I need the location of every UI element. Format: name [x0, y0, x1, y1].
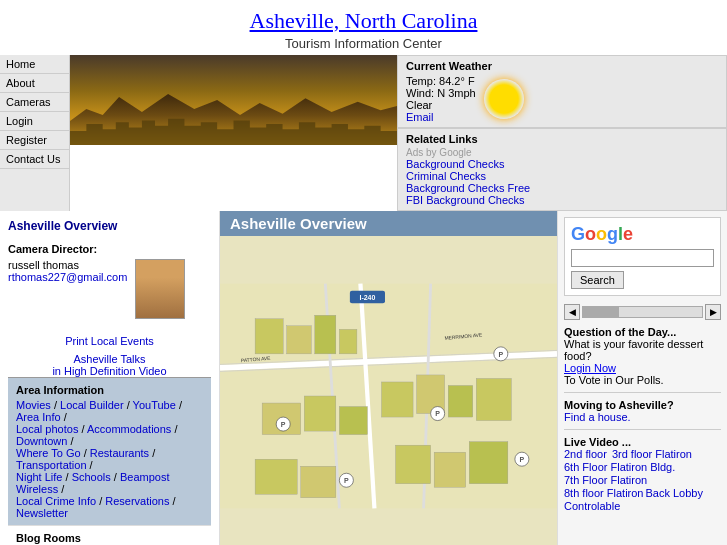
- related-link-0[interactable]: Background Checks: [406, 158, 718, 170]
- area-link-schools-a[interactable]: Schools: [72, 471, 111, 483]
- area-link-newsletter-a[interactable]: Newsletter: [16, 507, 68, 519]
- nav-about[interactable]: About: [0, 74, 69, 93]
- weather-related-wrap: Current Weather Temp: 84.2° F Wind: N 3m…: [397, 55, 727, 211]
- scroll-bar[interactable]: ◀ ▶: [564, 304, 721, 320]
- area-link-night-life: Night Life: [16, 471, 62, 483]
- area-link-youtube: YouTube: [133, 399, 176, 411]
- director-email-link[interactable]: rthomas227@gmail.com: [8, 271, 127, 283]
- live-link-6th-floor[interactable]: 6th Floor Flatiron Bldg.: [564, 461, 675, 473]
- nav-home[interactable]: Home: [0, 55, 69, 74]
- svg-text:P: P: [498, 351, 503, 358]
- director-row: russell thomas rthomas227@gmail.com: [8, 259, 211, 319]
- area-link-night-life-a[interactable]: Night Life: [16, 471, 62, 483]
- svg-rect-23: [255, 459, 297, 494]
- scroll-right-btn[interactable]: ▶: [705, 304, 721, 320]
- to-vote-text: To Vote in Our Polls.: [564, 374, 664, 386]
- overview-section-title: Asheville Overview: [8, 219, 211, 233]
- camera-director-label: Camera Director:: [8, 243, 211, 255]
- live-link-3rd-floor[interactable]: 3rd floor Flatiron: [612, 448, 692, 460]
- area-link-restaurants-a[interactable]: Restaurants: [90, 447, 149, 459]
- google-search-button[interactable]: Search: [571, 271, 624, 289]
- related-link-2[interactable]: Background Checks Free: [406, 182, 718, 194]
- live-link-7th-floor[interactable]: 7th Floor Flatiron: [564, 474, 647, 486]
- svg-text:P: P: [435, 410, 440, 417]
- nav-register[interactable]: Register: [0, 131, 69, 150]
- area-link-local-builder: Local Builder: [60, 399, 124, 411]
- area-link-transportation-a[interactable]: Transportation: [16, 459, 87, 471]
- area-link-local-crime-a[interactable]: Local Crime Info: [16, 495, 96, 507]
- weather-condition: Clear: [406, 99, 476, 111]
- area-link-accommodations-a[interactable]: Accommodations: [87, 423, 171, 435]
- live-link-controlable[interactable]: Controlable: [564, 500, 620, 512]
- find-house-link[interactable]: Find a house.: [564, 411, 631, 423]
- area-link-schools: Schools: [72, 471, 111, 483]
- area-link-downtown: Downtown: [16, 435, 67, 447]
- area-link-local-crime: Local Crime Info: [16, 495, 96, 507]
- area-info-section: Area Information Movies / Local Builder …: [8, 377, 211, 525]
- area-info-title: Area Information: [16, 384, 203, 396]
- weather-box: Current Weather Temp: 84.2° F Wind: N 3m…: [397, 55, 727, 128]
- weather-email-link[interactable]: Email: [406, 111, 434, 123]
- right-sidebar: Google Search ◀ ▶ Question of the Day...…: [557, 211, 727, 545]
- svg-rect-19: [339, 407, 367, 435]
- nav-login[interactable]: Login: [0, 112, 69, 131]
- area-link-reservations: Reservations: [105, 495, 169, 507]
- main-content: Asheville Overview Camera Director: russ…: [0, 211, 727, 545]
- weather-title: Current Weather: [406, 60, 718, 72]
- live-link-back-lobby[interactable]: Back Lobby: [645, 487, 702, 499]
- live-video-links: 2nd floor 3rd floor Flatiron 6th Floor F…: [564, 448, 721, 512]
- nav-contact[interactable]: Contact Us: [0, 150, 69, 169]
- live-video-title: Live Video ...: [564, 436, 721, 448]
- site-title-link[interactable]: Asheville, North Carolina: [250, 8, 478, 33]
- area-link-reservations-a[interactable]: Reservations: [105, 495, 169, 507]
- related-link-1[interactable]: Criminal Checks: [406, 170, 718, 182]
- live-link-8th-floor[interactable]: 8th floor Flatiron: [564, 487, 643, 499]
- map-svg: I-240: [220, 236, 557, 545]
- live-video-box: Live Video ... 2nd floor 3rd floor Flati…: [564, 429, 721, 512]
- area-link-area-info: Area Info: [16, 411, 61, 423]
- area-link-newsletter: Newsletter: [16, 507, 68, 519]
- area-link-youtube-a[interactable]: YouTube: [133, 399, 176, 411]
- asheville-talks-link[interactable]: Asheville Talks: [74, 353, 146, 365]
- svg-rect-13: [381, 382, 413, 417]
- print-events-link[interactable]: Print Local Events: [65, 335, 154, 347]
- center-and-right: Asheville Overview I-240: [220, 211, 727, 545]
- left-sidebar: Asheville Overview Camera Director: russ…: [0, 211, 220, 545]
- svg-rect-24: [301, 466, 336, 498]
- login-now-link[interactable]: Login Now: [564, 362, 616, 374]
- area-link-movies: Movies: [16, 399, 51, 411]
- live-link-2nd-floor[interactable]: 2nd floor: [564, 448, 607, 460]
- weather-content: Temp: 84.2° F Wind: N 3mph Clear Email: [406, 75, 718, 123]
- area-link-movies-a[interactable]: Movies: [16, 399, 51, 411]
- related-title: Related Links: [406, 133, 718, 145]
- related-link-3[interactable]: FBI Background Checks: [406, 194, 718, 206]
- asheville-talks-section: Asheville Talks in High Definition Video: [8, 353, 211, 377]
- area-link-local-builder-a[interactable]: Local Builder: [60, 399, 124, 411]
- weather-sun-icon: [484, 79, 524, 119]
- scroll-left-btn[interactable]: ◀: [564, 304, 580, 320]
- area-link-local-photos: Local photos: [16, 423, 78, 435]
- area-link-where-to-go: Where To Go: [16, 447, 81, 459]
- site-subtitle: Tourism Information Center: [0, 36, 727, 51]
- google-search-box: Google Search: [564, 217, 721, 296]
- area-link-downtown-a[interactable]: Downtown: [16, 435, 67, 447]
- google-search-input[interactable]: [571, 249, 714, 267]
- blog-rooms-section: Blog Rooms Main Blogger: [8, 525, 211, 545]
- area-link-local-photos-a[interactable]: Local photos: [16, 423, 78, 435]
- scroll-track[interactable]: [582, 306, 703, 318]
- related-box: Related Links Ads by Google Background C…: [397, 128, 727, 211]
- nav-sidebar: Home About Cameras Login Register Contac…: [0, 55, 70, 211]
- area-link-area-info-a[interactable]: Area Info: [16, 411, 61, 423]
- nav-cameras[interactable]: Cameras: [0, 93, 69, 112]
- svg-text:P: P: [344, 477, 349, 484]
- svg-rect-21: [434, 452, 466, 487]
- svg-rect-22: [469, 442, 508, 484]
- asheville-talks-sub-link[interactable]: in High Definition Video: [52, 365, 166, 377]
- nav-hero-wrap: Home About Cameras Login Register Contac…: [0, 55, 397, 211]
- hero-image: [70, 55, 397, 145]
- area-link-where-to-go-a[interactable]: Where To Go: [16, 447, 81, 459]
- svg-rect-20: [396, 445, 431, 484]
- camera-director-section: Camera Director: russell thomas rthomas2…: [8, 243, 211, 319]
- svg-rect-18: [304, 396, 336, 431]
- blog-rooms-title: Blog Rooms: [16, 532, 203, 544]
